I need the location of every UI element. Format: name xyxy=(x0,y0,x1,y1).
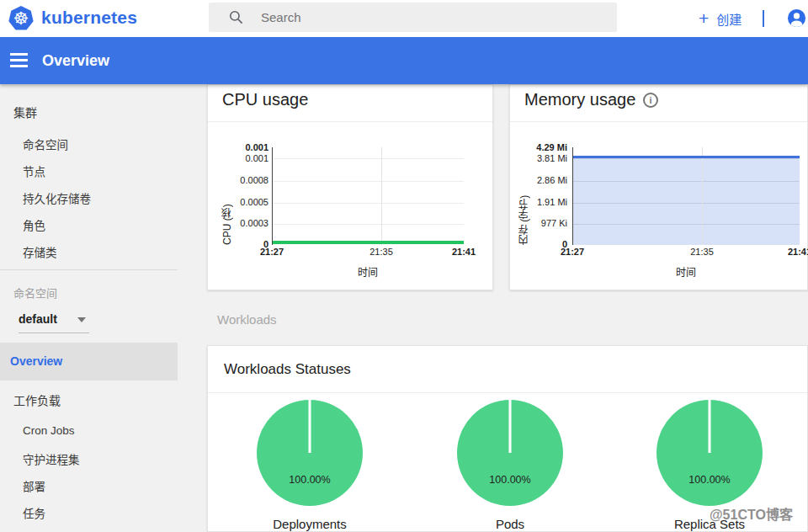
memory-plot-area xyxy=(572,147,800,245)
workloads-statuses-title: Workloads Statuses xyxy=(224,361,351,378)
memory-xtick-mid: 21:35 xyxy=(683,247,720,257)
sidebar-item-jobs[interactable]: 任务 xyxy=(23,504,45,521)
memory-xtick-start: 21:27 xyxy=(554,247,591,257)
helm-wheel-glyph: ☸ xyxy=(13,6,29,31)
namespace-select-underline xyxy=(19,332,89,333)
card-title-divider xyxy=(208,121,492,122)
sidebar-header-cluster: 集群 xyxy=(13,104,37,120)
pie-segment-divider xyxy=(709,400,711,453)
pods-pie-chart: 100.00% xyxy=(457,400,563,506)
chevron-down-icon[interactable] xyxy=(77,317,86,322)
plus-icon: + xyxy=(699,10,709,27)
cpu-x-axis-label: 时间 xyxy=(343,264,393,279)
card-title-divider xyxy=(208,392,807,393)
memory-area-fill xyxy=(573,157,800,245)
cpu-plot-area xyxy=(272,147,464,245)
cpu-xtick-mid: 21:35 xyxy=(363,247,400,257)
sidebar-item-nodes[interactable]: 节点 xyxy=(23,162,45,179)
sidebar-item-storage-classes[interactable]: 存储类 xyxy=(23,243,57,260)
sidebar-item-roles[interactable]: 角色 xyxy=(23,216,45,233)
memory-usage-card: Memory usage i 4.29 Mi 3.81 Mi 2.86 Mi 1… xyxy=(509,84,808,290)
memory-vertical-gridline xyxy=(702,147,703,245)
cpu-ytick: 0.0008 xyxy=(210,175,268,185)
sidebar-item-persistent-volumes[interactable]: 持久化存储卷 xyxy=(23,189,91,206)
sidebar-item-overview-selected[interactable]: Overview xyxy=(0,343,178,380)
51cto-watermark: @51CTO博客 xyxy=(710,503,793,524)
cpu-xtick-end: 21:41 xyxy=(445,247,482,257)
kubernetes-logo-text: kubernetes xyxy=(41,8,137,28)
workloads-section-label: Workloads xyxy=(217,312,277,327)
cpu-ytick-max: 0.001 xyxy=(210,142,268,152)
pie-segment-divider xyxy=(309,400,311,453)
sidebar-header-workloads: 工作负载 xyxy=(13,391,61,408)
sidebar-item-cron-jobs[interactable]: Cron Jobs xyxy=(23,424,75,437)
kubernetes-logo-icon: ☸ xyxy=(8,6,34,31)
cpu-ytick: 0.0005 xyxy=(210,197,268,207)
cpu-ytick: 0.001 xyxy=(210,153,268,163)
app-bar: Overview xyxy=(0,37,808,84)
memory-card-title: Memory usage xyxy=(524,90,635,109)
deployments-pie-label: Deployments xyxy=(242,517,377,531)
deployments-percentage: 100.00% xyxy=(257,474,363,486)
card-title-divider xyxy=(510,121,807,122)
pie-segment-divider xyxy=(509,400,512,453)
sidebar-item-deployments[interactable]: 部署 xyxy=(23,477,45,494)
info-icon[interactable]: i xyxy=(643,93,658,108)
user-avatar-icon[interactable] xyxy=(787,8,806,28)
sidebar-item-daemon-sets[interactable]: 守护进程集 xyxy=(23,450,80,467)
pods-pie-label: Pods xyxy=(443,517,577,531)
cpu-xtick-start: 21:27 xyxy=(253,247,290,257)
page-title: Overview xyxy=(42,52,109,70)
create-button[interactable]: + 创建 xyxy=(699,0,742,37)
memory-usage-line xyxy=(573,156,800,158)
cpu-usage-line xyxy=(273,241,464,244)
sidebar-item-overview-label: Overview xyxy=(10,354,62,368)
cpu-usage-card: CPU usage 0.001 0.001 0.0008 0.0005 0.00… xyxy=(207,84,493,290)
sidebar-item-namespaces[interactable]: 命名空间 xyxy=(23,136,68,152)
search-bar[interactable] xyxy=(209,3,617,32)
sidebar-nav: 集群 命名空间 节点 持久化存储卷 角色 存储类 命名空间 default Ov… xyxy=(0,84,189,532)
menu-hamburger-icon[interactable] xyxy=(10,53,28,67)
memory-x-axis-label: 时间 xyxy=(661,264,711,279)
sidebar-header-namespace: 命名空间 xyxy=(13,285,57,301)
header-divider xyxy=(763,10,764,27)
memory-xtick-end: 21:41 xyxy=(781,247,808,257)
pods-percentage: 100.00% xyxy=(457,474,563,486)
deployments-pie-chart: 100.00% xyxy=(257,400,363,506)
create-button-label: 创建 xyxy=(716,10,742,28)
cpu-vertical-gridline xyxy=(381,147,382,245)
replica-sets-percentage: 100.00% xyxy=(656,474,763,486)
sidebar-divider xyxy=(0,269,178,270)
cpu-ytick: 0.0003 xyxy=(210,218,268,228)
namespace-select[interactable]: default xyxy=(19,312,57,326)
cpu-card-title: CPU usage xyxy=(222,90,308,109)
cpu-y-axis-label: CPU (核) xyxy=(220,147,234,245)
search-input[interactable] xyxy=(261,3,606,32)
memory-y-axis-label: 内存 (字节) xyxy=(517,147,531,245)
search-icon xyxy=(228,9,244,25)
replica-sets-pie-chart: 100.00% xyxy=(656,400,763,506)
top-header: ☸ kubernetes + 创建 xyxy=(0,0,808,37)
